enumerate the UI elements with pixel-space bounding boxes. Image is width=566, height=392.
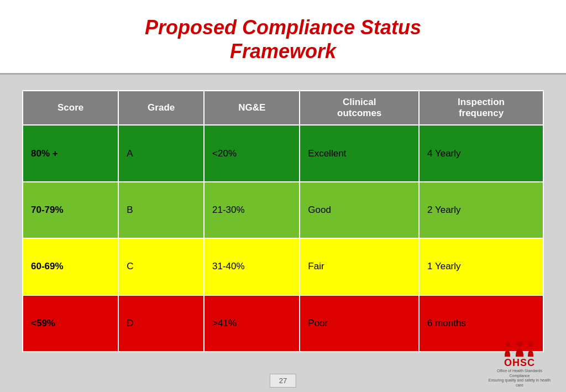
cell-clinical-c: Fair bbox=[300, 238, 419, 295]
compliance-table: Score Grade NG&E Clinicaloutcomes Inspec… bbox=[22, 90, 544, 352]
cell-score-d: <59% bbox=[23, 295, 118, 352]
col-header-nge: NG&E bbox=[204, 91, 300, 125]
table-row: 80% + A <20% Excellent 4 Yearly bbox=[23, 125, 543, 181]
cell-clinical-b: Good bbox=[300, 182, 419, 238]
table-row: 60-69% C 31-40% Fair 1 Yearly bbox=[23, 238, 543, 295]
ohsc-text: OHSC bbox=[504, 357, 535, 369]
cell-grade-c: C bbox=[118, 238, 204, 295]
cell-score-b: 70-79% bbox=[23, 182, 118, 238]
slide-header: Proposed Compliance Status Framework bbox=[0, 0, 566, 73]
cell-clinical-a: Excellent bbox=[300, 125, 419, 181]
cell-grade-b: B bbox=[118, 182, 204, 238]
slide-title: Proposed Compliance Status Framework bbox=[33, 15, 533, 63]
title-line2: Framework bbox=[230, 40, 336, 62]
ohsc-logo: OHSC Office of Health Standards Complian… bbox=[486, 341, 553, 388]
cell-grade-a: A bbox=[118, 125, 204, 181]
cell-inspection-a: 4 Yearly bbox=[419, 125, 543, 181]
table-row: 70-79% B 21-30% Good 2 Yearly bbox=[23, 182, 543, 238]
page-number-value: 27 bbox=[279, 377, 287, 385]
cell-score-c: 60-69% bbox=[23, 238, 118, 295]
ohsc-people-svg bbox=[503, 341, 536, 357]
ohsc-tagline: Ensuring quality and safety in health ca… bbox=[486, 378, 553, 388]
cell-clinical-d: Poor bbox=[300, 295, 419, 352]
col-header-grade: Grade bbox=[118, 91, 204, 125]
col-header-score: Score bbox=[23, 91, 118, 125]
ohsc-people-icon bbox=[503, 341, 536, 357]
cell-nge-a: <20% bbox=[204, 125, 300, 181]
cell-nge-b: 21-30% bbox=[204, 182, 300, 238]
col-header-clinical: Clinicaloutcomes bbox=[300, 91, 419, 125]
cell-inspection-c: 1 Yearly bbox=[419, 238, 543, 295]
cell-nge-c: 31-40% bbox=[204, 238, 300, 295]
cell-inspection-b: 2 Yearly bbox=[419, 182, 543, 238]
cell-score-a: 80% + bbox=[23, 125, 118, 181]
cell-grade-d: D bbox=[118, 295, 204, 352]
table-header-row: Score Grade NG&E Clinicaloutcomes Inspec… bbox=[23, 91, 543, 125]
slide-footer: 27 OHSC Office of Health Standards bbox=[0, 363, 566, 392]
ohsc-subtext: Office of Health Standards Compliance bbox=[486, 369, 553, 378]
col-header-inspection: Inspectionfrequency bbox=[419, 91, 543, 125]
page-number: 27 bbox=[270, 374, 296, 388]
table-row: <59% D >41% Poor 6 months bbox=[23, 295, 543, 352]
slide: Proposed Compliance Status Framework Sco… bbox=[0, 0, 566, 392]
svg-point-1 bbox=[517, 341, 522, 347]
svg-point-2 bbox=[528, 342, 533, 347]
svg-point-0 bbox=[505, 342, 510, 347]
title-line1: Proposed Compliance Status bbox=[145, 16, 421, 39]
slide-content: Score Grade NG&E Clinicaloutcomes Inspec… bbox=[0, 75, 566, 363]
cell-nge-d: >41% bbox=[204, 295, 300, 352]
